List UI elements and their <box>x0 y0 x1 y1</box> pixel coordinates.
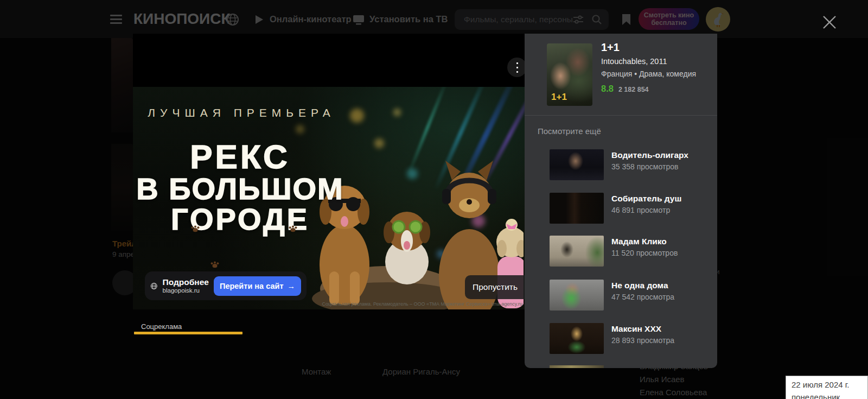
list-item[interactable]: Не одна дома 47 542 просмотра <box>525 280 717 311</box>
item-views: 47 542 просмотра <box>611 293 674 301</box>
movie-original-title: Intouchables, 2011 <box>601 57 667 66</box>
movie-meta: Франция • Драма, комедия <box>601 69 696 78</box>
video-thumbnail[interactable] <box>550 149 604 180</box>
ad-more-label: Подробнее <box>163 277 209 287</box>
item-title: Собиратель душ <box>611 194 681 204</box>
movie-title[interactable]: 1+1 <box>601 41 620 54</box>
paw-icon <box>288 224 298 233</box>
votes-count: 2 182 854 <box>618 86 649 93</box>
kinopoisk-page: КИНОПОИСК Онлайн-кинотеатр Установить на… <box>0 0 868 399</box>
advertiser-domain: blagopoisk.ru <box>163 287 209 294</box>
bokeh-light <box>393 109 401 116</box>
paw-icon <box>210 259 220 269</box>
tooltip-date: 22 июля 2024 г. <box>792 379 862 391</box>
arrow-right-icon: → <box>288 282 296 290</box>
tooltip-weekday: понедельник <box>792 391 862 399</box>
ad-player-modal: ЛУЧШАЯ ПРЕМЬЕРА РЕКС В БОЛЬШОМ ГОРОДЕ По… <box>133 34 525 309</box>
item-title: Не одна дома <box>611 281 668 290</box>
ad-title-line3: ГОРОДЕ <box>133 204 347 235</box>
ad-title: РЕКС В БОЛЬШОМ ГОРОДЕ <box>133 140 347 235</box>
ad-title-line1: РЕКС <box>133 140 347 174</box>
list-item[interactable]: Максин XXX 28 893 просмотра <box>525 323 717 354</box>
recommendations-sidebar: 1+1 1+1 Intouchables, 2011 Франция • Дра… <box>525 34 717 368</box>
item-views: 35 358 просмотров <box>611 162 678 171</box>
ad-title-line2: В БОЛЬШОМ <box>133 174 347 204</box>
item-title: Мадам Клико <box>611 237 667 246</box>
list-item[interactable]: Водитель-олигарх 35 358 просмотров <box>525 149 717 180</box>
skip-label: Пропустить <box>473 282 518 292</box>
social-ad-badge: Соцреклама <box>141 322 182 331</box>
divider <box>525 115 717 116</box>
ad-eyebrow: ЛУЧШАЯ ПРЕМЬЕРА <box>133 106 350 119</box>
visit-label: Перейти на сайт <box>220 282 284 290</box>
movie-poster[interactable]: 1+1 <box>547 43 592 106</box>
item-views: 46 891 просмотр <box>611 206 670 214</box>
rating-value: 8.8 <box>601 84 614 94</box>
ad-banner[interactable]: ЛУЧШАЯ ПРЕМЬЕРА РЕКС В БОЛЬШОМ ГОРОДЕ По… <box>133 87 525 309</box>
movie-rating-row: 8.8 2 182 854 <box>601 84 649 94</box>
watch-more-heading: Посмотрите ещё <box>538 126 601 136</box>
video-thumbnail[interactable] <box>550 323 604 354</box>
globe-icon <box>150 278 158 294</box>
paw-icon <box>190 224 200 233</box>
visit-site-button[interactable]: Перейти на сайт → <box>214 276 301 296</box>
item-views: 28 893 просмотра <box>611 336 674 345</box>
kebab-menu-icon[interactable] <box>507 58 527 77</box>
item-title: Водитель-олигарх <box>611 150 688 160</box>
partial-thumbnail <box>550 365 604 368</box>
item-views: 11 520 просмотров <box>611 249 678 257</box>
video-thumbnail[interactable] <box>550 236 604 267</box>
date-tooltip: 22 июля 2024 г. понедельник <box>786 376 868 399</box>
ad-progress-bar <box>134 332 242 334</box>
close-icon[interactable] <box>821 14 838 30</box>
item-title: Максин XXX <box>611 324 661 334</box>
poster-text: 1+1 <box>551 92 567 103</box>
video-thumbnail[interactable] <box>550 193 604 224</box>
video-thumbnail[interactable] <box>550 280 604 311</box>
advertiser-bar[interactable]: Подробнее blagopoisk.ru Перейти на сайт … <box>145 271 307 300</box>
list-item[interactable]: Мадам Клико 11 520 просмотров <box>525 236 717 267</box>
skip-button[interactable]: Пропустить <box>465 275 525 299</box>
list-item[interactable]: Собиратель душ 46 891 просмотр <box>525 193 717 224</box>
ad-disclaimer: Социальная реклама. Рекламодатель – ООО … <box>322 301 523 307</box>
